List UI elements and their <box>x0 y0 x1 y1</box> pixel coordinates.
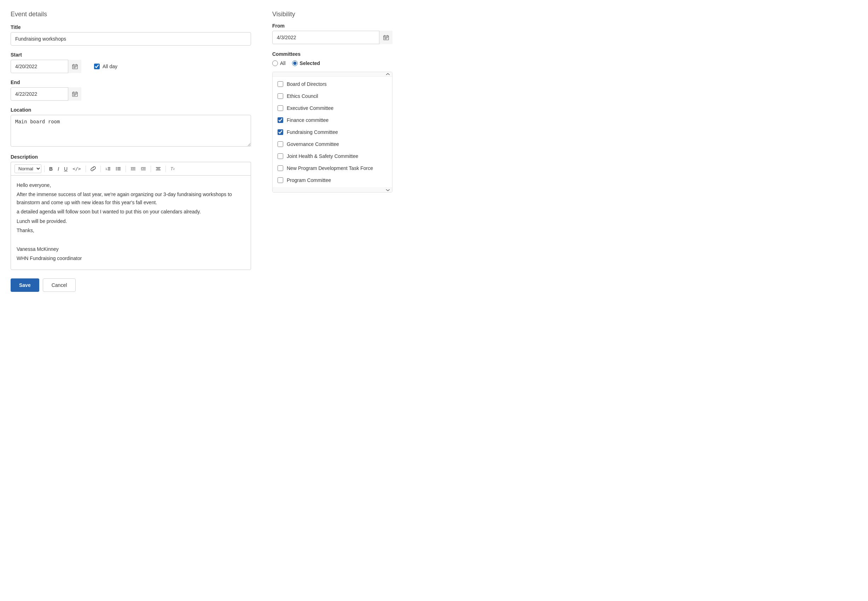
committee-name-ethics: Ethics Council <box>287 93 318 99</box>
committee-item[interactable]: Board of Directors <box>273 78 392 90</box>
start-label: Start <box>11 52 251 58</box>
link-button[interactable] <box>89 165 98 172</box>
calendar-icon <box>72 64 78 69</box>
svg-point-23 <box>116 168 116 169</box>
title-field-group: Title <box>11 24 251 46</box>
description-line-1: Hello everyone, <box>17 181 245 189</box>
end-calendar-button[interactable] <box>68 87 81 101</box>
title-input[interactable] <box>11 32 251 46</box>
all-radio-option[interactable]: All <box>272 60 286 66</box>
end-label: End <box>11 79 251 85</box>
outdent-icon <box>130 166 136 171</box>
from-calendar-button[interactable] <box>379 31 393 44</box>
outdent-button[interactable] <box>129 165 138 172</box>
committee-name-program: Program Committee <box>287 177 331 183</box>
start-calendar-button[interactable] <box>68 60 81 73</box>
svg-rect-43 <box>387 37 388 38</box>
committee-item[interactable]: Ethics Council <box>273 90 392 102</box>
underline-button[interactable]: U <box>62 165 69 173</box>
indent-button[interactable] <box>139 165 148 172</box>
svg-point-24 <box>116 169 116 170</box>
from-label: From <box>272 23 393 29</box>
from-calendar-icon <box>383 35 389 40</box>
toolbar-sep-1 <box>44 166 44 172</box>
clear-format-button[interactable]: Tx <box>169 165 176 172</box>
description-editor[interactable]: Hello everyone, After the immense succes… <box>11 175 251 270</box>
from-date-input[interactable] <box>272 31 393 44</box>
committee-checkbox-joint[interactable] <box>278 153 283 159</box>
ordered-list-icon: 1. <box>105 166 111 171</box>
unordered-list-icon <box>116 166 121 171</box>
ordered-list-button[interactable]: 1. <box>104 165 112 172</box>
committee-checkbox-program[interactable] <box>278 177 283 183</box>
description-line-8: WHN Fundraising coordinator <box>17 255 245 262</box>
committees-radio-group: All Selected <box>272 60 393 66</box>
description-field-group: Description Normal B I U </> <box>11 154 251 270</box>
committee-checkbox-newprogram[interactable] <box>278 165 283 171</box>
committee-item[interactable]: Governance Committee <box>273 138 392 150</box>
committee-checkbox-board[interactable] <box>278 81 283 87</box>
svg-rect-16 <box>73 95 74 96</box>
committee-item[interactable]: Joint Health & Safety Committee <box>273 150 392 162</box>
event-details-title: Event details <box>11 11 251 18</box>
toolbar-sep-5 <box>151 166 151 172</box>
toolbar-sep-2 <box>86 166 86 172</box>
visibility-panel: Visibility From Committees <box>272 11 393 292</box>
description-label: Description <box>11 154 251 160</box>
svg-rect-17 <box>75 95 75 96</box>
align-button[interactable] <box>154 165 163 172</box>
committee-checkbox-ethics[interactable] <box>278 93 283 99</box>
italic-button[interactable]: I <box>56 165 61 173</box>
svg-rect-15 <box>76 94 76 95</box>
calendar-icon <box>72 91 78 97</box>
committee-item[interactable]: Program Committee <box>273 174 392 186</box>
scroll-up-area <box>273 72 392 77</box>
svg-rect-45 <box>386 38 387 39</box>
style-select[interactable]: Normal <box>14 164 41 173</box>
svg-rect-8 <box>75 67 75 68</box>
indent-icon <box>141 166 146 171</box>
committee-name-joint: Joint Health & Safety Committee <box>287 153 358 159</box>
committee-name-fundraising: Fundraising Committee <box>287 129 338 135</box>
title-label: Title <box>11 24 251 30</box>
svg-point-22 <box>116 167 116 168</box>
committee-item[interactable]: New Program Development Task Force <box>273 162 392 174</box>
description-line-2: After the immense success of last year, … <box>17 191 245 206</box>
toolbar-sep-4 <box>125 166 126 172</box>
svg-rect-13 <box>73 94 74 95</box>
chevron-down-icon <box>386 189 390 192</box>
committee-checkbox-governance[interactable] <box>278 141 283 147</box>
cancel-button[interactable]: Cancel <box>43 278 76 292</box>
allday-label[interactable]: All day <box>102 64 118 69</box>
location-input[interactable]: Main board room <box>11 115 251 146</box>
committee-checkbox-executive[interactable] <box>278 105 283 111</box>
chevron-up-icon <box>386 73 390 76</box>
committees-list-wrap: Board of DirectorsEthics CouncilExecutiv… <box>272 72 393 192</box>
bold-button[interactable]: B <box>47 165 55 173</box>
committee-name-executive: Executive Committee <box>287 105 333 111</box>
committee-item[interactable]: Finance committee <box>273 114 392 126</box>
code-button[interactable]: </> <box>71 165 83 172</box>
description-line-6 <box>17 236 245 243</box>
allday-checkbox[interactable] <box>94 64 100 69</box>
committee-checkbox-fundraising[interactable] <box>278 129 283 135</box>
committee-name-finance: Finance committee <box>287 117 329 123</box>
toolbar-sep-6 <box>165 166 166 172</box>
unordered-list-button[interactable] <box>114 165 123 172</box>
selected-radio[interactable] <box>292 60 298 66</box>
committee-item[interactable]: Executive Committee <box>273 102 392 114</box>
committee-checkbox-finance[interactable] <box>278 117 283 123</box>
end-date-wrap <box>11 87 81 101</box>
committee-item[interactable]: Fundraising Committee <box>273 126 392 138</box>
start-field-group: Start <box>11 52 251 73</box>
svg-rect-4 <box>73 66 74 67</box>
save-button[interactable]: Save <box>11 278 39 292</box>
all-radio[interactable] <box>272 60 278 66</box>
selected-radio-option[interactable]: Selected <box>292 60 320 66</box>
svg-rect-41 <box>385 37 385 38</box>
svg-rect-7 <box>73 67 74 68</box>
description-line-7: Vanessa McKinney <box>17 245 245 253</box>
svg-rect-14 <box>75 94 75 95</box>
scroll-down-area <box>273 188 392 192</box>
description-line-3: a detailed agenda will follow soon but I… <box>17 208 245 215</box>
